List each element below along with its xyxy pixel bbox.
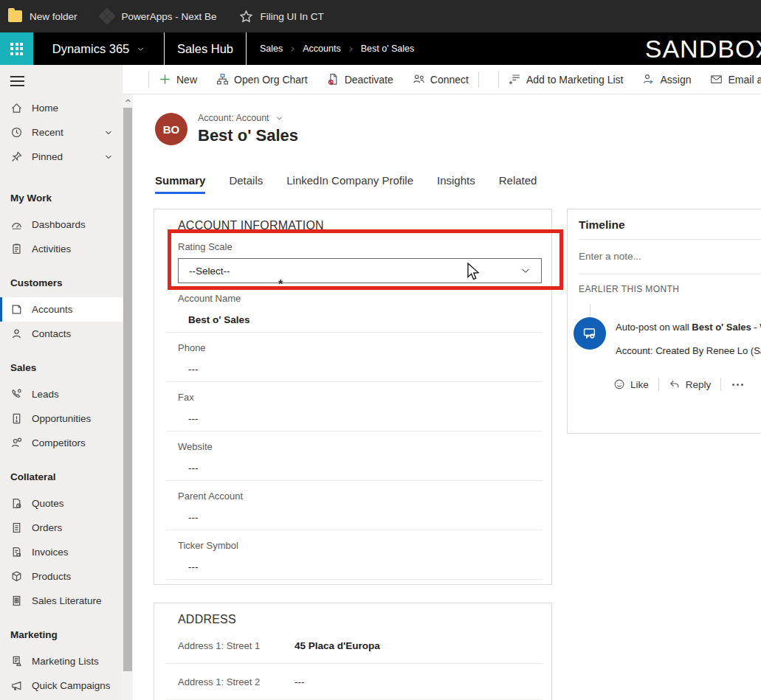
field-list: Account Name Best o' Sales Phone --- Fax… [166, 283, 543, 580]
folder-icon [8, 10, 22, 22]
chevron-down-icon [520, 266, 531, 276]
entity-selector[interactable]: Account: Account [198, 113, 283, 123]
tab-details[interactable]: Details [229, 174, 263, 194]
product-name: Dynamics 365 [52, 42, 130, 56]
bookmarks-bar: New folder PowerApps - Next Be Filing UI… [0, 0, 761, 32]
sidebar-item-quotes[interactable]: Quotes [0, 491, 123, 516]
sidebar-item-activities[interactable]: Activities [0, 237, 123, 261]
assign-button[interactable]: Assign [642, 73, 691, 86]
bookmark-new-folder[interactable]: New folder [8, 10, 78, 22]
sidebar-item-competitors[interactable]: Competitors [0, 431, 123, 455]
field-address1-street1[interactable]: Address 1: Street 1 45 Placa d'Europa [166, 628, 543, 664]
post-title[interactable]: Auto-post on wall Best o' Sales - W [616, 322, 761, 333]
timeline-title: Timeline [568, 209, 761, 232]
field-parent-account[interactable]: Parent Account --- [166, 481, 543, 530]
add-to-marketing-list-button[interactable]: Add to Marketing List [509, 73, 624, 86]
contacts-icon [10, 328, 23, 340]
org-chart-icon [216, 73, 229, 86]
sidebar-item-home[interactable]: Home [0, 96, 123, 120]
products-icon [10, 570, 23, 583]
hamburger-menu-icon[interactable] [10, 76, 24, 86]
sitemap-sidebar: Home Recent Pinned My Work Dashboards Ac… [0, 65, 123, 700]
sidebar-item-accounts[interactable]: Accounts [0, 297, 123, 322]
field-fax[interactable]: Fax --- [166, 382, 543, 432]
field-account-name[interactable]: Account Name Best o' Sales [166, 283, 543, 333]
reply-button[interactable]: Reply [669, 378, 712, 390]
section-title: ADDRESS [154, 603, 551, 626]
command-bar: New Open Org Chart Deactivate [123, 65, 761, 94]
sidebar-item-dashboards[interactable]: Dashboards [0, 212, 123, 237]
more-actions-icon[interactable] [731, 381, 745, 389]
new-button[interactable]: New [159, 73, 197, 86]
bookmark-label: Filing UI In CT [261, 11, 324, 22]
product-switcher[interactable]: Dynamics 365 [33, 32, 164, 65]
chevron-down-icon[interactable] [104, 153, 113, 162]
field-ticker-symbol[interactable]: Ticker Symbol --- [166, 530, 543, 580]
post-actions: Like Reply [613, 378, 745, 391]
form-content: BO Account: Account Best o' Sales Summar… [133, 94, 761, 700]
scrollbar-thumb[interactable] [123, 108, 132, 671]
command-label: Email a Link [728, 74, 761, 86]
account-information-section: ACCOUNT INFORMATION Rating Scale --Selec… [154, 209, 552, 585]
chevron-down-icon [137, 45, 145, 53]
bookmark-filing-ui[interactable]: Filing UI In CT [239, 10, 324, 24]
chevron-down-icon[interactable] [104, 128, 113, 137]
rating-scale-dropdown[interactable]: --Select-- [178, 258, 542, 283]
scroll-up-arrow-icon[interactable] [123, 94, 133, 107]
breadcrumb-accounts[interactable]: Accounts [303, 44, 340, 54]
tab-summary[interactable]: Summary [155, 174, 205, 194]
sidebar-item-pinned[interactable]: Pinned [0, 145, 123, 169]
command-label: Open Org Chart [234, 74, 308, 86]
bookmark-powerapps[interactable]: PowerApps - Next Be [100, 9, 217, 24]
active-tab-underline [155, 192, 205, 194]
open-org-chart-button[interactable]: Open Org Chart [216, 73, 308, 86]
sidebar-item-sales-literature[interactable]: Sales Literature [0, 589, 123, 613]
field-website[interactable]: Website --- [166, 432, 543, 481]
note-input[interactable]: Enter a note... [568, 240, 761, 274]
sidebar-item-orders[interactable]: Orders [0, 516, 123, 540]
environment-banner: SANDBOX [645, 35, 761, 63]
tab-insights[interactable]: Insights [437, 174, 475, 194]
sidebar-item-products[interactable]: Products [0, 564, 123, 589]
sidebar-item-recent[interactable]: Recent [0, 120, 123, 145]
clock-icon [10, 126, 23, 139]
tab-linkedin-company-profile[interactable]: LinkedIn Company Profile [286, 174, 413, 194]
form-tabs: Summary Details LinkedIn Company Profile… [155, 174, 537, 194]
breadcrumb-record[interactable]: Best o' Sales [361, 44, 415, 54]
connect-button[interactable]: Connect [413, 73, 469, 86]
sidebar-item-contacts[interactable]: Contacts [0, 322, 123, 346]
accounts-icon [10, 303, 23, 316]
sidebar-item-opportunities[interactable]: Opportunities [0, 406, 123, 431]
chevron-right-icon [348, 46, 354, 52]
sidebar-item-invoices[interactable]: Invoices [0, 540, 123, 564]
sidebar-section-sales: Sales [0, 346, 123, 382]
sidebar-item-marketing-lists[interactable]: Marketing Lists [0, 649, 123, 673]
section-title: ACCOUNT INFORMATION [154, 209, 551, 232]
chevron-right-icon [289, 46, 296, 52]
like-button[interactable]: Like [613, 378, 649, 390]
breadcrumb-sales[interactable]: Sales [260, 44, 283, 54]
record-avatar: BO [155, 113, 187, 145]
hub-name[interactable]: Sales Hub [165, 42, 246, 56]
form-scrollbar[interactable] [123, 94, 133, 700]
opportunities-icon [10, 412, 23, 425]
field-address1-street2[interactable]: Address 1: Street 2 --- [166, 664, 543, 700]
quotes-icon [10, 497, 23, 510]
required-field-marker: * [278, 278, 283, 291]
command-label: Assign [660, 74, 691, 86]
command-label: Add to Marketing List [526, 74, 624, 86]
field-phone[interactable]: Phone --- [166, 333, 543, 382]
app-launcher-button[interactable] [0, 32, 33, 65]
home-icon [10, 102, 23, 114]
competitors-icon [10, 437, 23, 449]
tab-related[interactable]: Related [499, 174, 537, 194]
sidebar-item-quick-campaigns[interactable]: Quick Campaigns [0, 673, 123, 698]
leads-icon [10, 388, 23, 401]
sidebar-item-leads[interactable]: Leads [0, 382, 123, 406]
waffle-icon [10, 43, 23, 55]
email-a-link-button[interactable]: Email a Link [710, 73, 761, 86]
command-label: Connect [430, 74, 469, 86]
add-to-list-icon [509, 73, 521, 86]
deactivate-button[interactable]: Deactivate [327, 73, 393, 86]
command-divider [148, 72, 149, 88]
